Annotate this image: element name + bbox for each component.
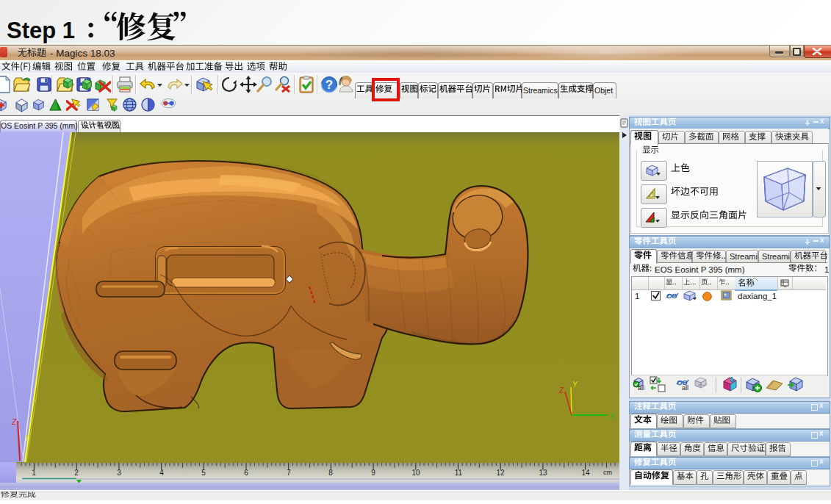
svg-text:cm: cm <box>603 469 612 476</box>
svg-text:10: 10 <box>411 469 420 477</box>
svg-text:Z: Z <box>558 386 564 395</box>
svg-text:2: 2 <box>74 469 79 477</box>
svg-text:4: 4 <box>159 469 164 477</box>
svg-text:?: ? <box>325 78 333 92</box>
svg-text:Z: Z <box>11 418 17 426</box>
svg-text:12: 12 <box>496 469 505 477</box>
svg-text:11: 11 <box>455 469 463 477</box>
svg-text:3: 3 <box>117 469 121 477</box>
svg-text:7: 7 <box>287 469 291 477</box>
svg-text:5: 5 <box>201 469 206 477</box>
svg-text:8: 8 <box>328 469 333 477</box>
svg-text:9: 9 <box>371 469 375 477</box>
svg-text:6: 6 <box>244 469 248 477</box>
svg-text:X: X <box>609 412 615 420</box>
svg-text:1: 1 <box>32 469 36 477</box>
svg-text:13: 13 <box>539 469 547 477</box>
svg-text:14: 14 <box>581 469 590 477</box>
